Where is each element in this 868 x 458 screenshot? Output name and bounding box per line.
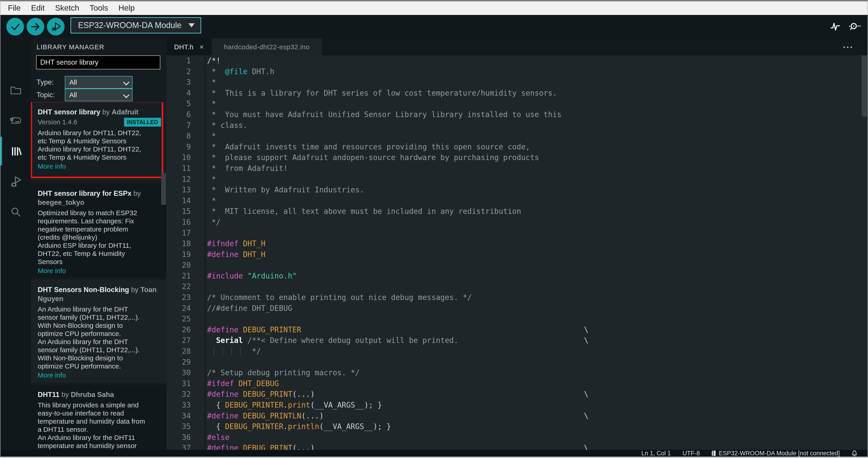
code-line: 32#define DEBUG_PRINT(...) \ [166, 389, 868, 400]
close-icon[interactable]: × [199, 42, 204, 51]
sidebar-item-library-manager[interactable] [0, 137, 31, 166]
code-line-text: */ [207, 217, 221, 228]
serial-plotter-icon[interactable] [830, 22, 840, 32]
line-number: 28 [166, 346, 191, 357]
line-number: 23 [166, 292, 191, 303]
line-number: 2 [166, 66, 191, 77]
line-number: 24 [166, 303, 191, 314]
code-line-text: * @file DHT.h [207, 66, 274, 77]
line-number: 1 [166, 55, 191, 66]
sidebar-item-search[interactable] [0, 198, 31, 227]
editor-scrollbar[interactable] [862, 55, 867, 116]
line-number: 27 [166, 335, 191, 346]
panel-scrollbar[interactable] [161, 173, 166, 205]
menu-item-tools[interactable]: Tools [85, 1, 113, 15]
bug-play-icon [50, 21, 62, 33]
code-line: 18#ifndef DHT_H [166, 238, 868, 249]
upload-button[interactable] [27, 18, 44, 35]
line-number: 12 [166, 174, 191, 185]
topic-filter-select[interactable]: All [65, 89, 132, 101]
main-area: LIBRARY MANAGER Type: All Topic: All DHT… [0, 38, 868, 450]
library-list-item[interactable]: DHT sensor library by AdafruitVersion 1.… [31, 102, 166, 179]
type-filter-select[interactable]: All [65, 76, 132, 89]
line-number: 31 [166, 378, 191, 389]
library-title: DHT Sensors Non-Blocking [38, 286, 129, 294]
code-line: 13 * Written by Adafruit Industries. [166, 184, 868, 195]
serial-monitor-icon[interactable] [848, 22, 861, 32]
notifications-bell[interactable] [851, 450, 858, 456]
chip-icon [712, 450, 716, 456]
start-debugging-button[interactable] [47, 18, 65, 35]
type-filter-value: All [69, 79, 77, 86]
code-line-text: * You must have Adafruit Unified Sensor … [207, 109, 562, 120]
code-line-text: * [207, 98, 216, 109]
code-line-text: #else [207, 432, 229, 443]
board-status[interactable]: ESP32-WROOM-DA Module [not connected] [712, 450, 840, 457]
sidebar-item-sketchbook[interactable] [0, 75, 31, 105]
menu-item-edit[interactable]: Edit [26, 1, 50, 15]
toolbar: ESP32-WROOM-DA Module [0, 15, 868, 38]
library-manager-panel: LIBRARY MANAGER Type: All Topic: All DHT… [31, 38, 166, 450]
tab-DHT.h[interactable]: DHT.h× [166, 38, 212, 55]
line-number: 11 [166, 163, 191, 174]
line-number: 32 [166, 389, 191, 400]
line-number: 30 [166, 367, 191, 378]
library-list-item[interactable]: DHT sensor library for ESPx by beegee_to… [31, 183, 166, 277]
sidebar-item-boards-manager[interactable] [0, 106, 31, 135]
code-line: 21#include "Arduino.h" [166, 270, 868, 282]
board-selector-value: ESP32-WROOM-DA Module [71, 21, 188, 30]
code-editor[interactable]: 1/*!2 * @file DHT.h3 *4 * This is a libr… [166, 55, 868, 450]
more-actions-button[interactable]: ... [843, 40, 854, 50]
code-line: 22 [166, 281, 868, 292]
library-search-input[interactable] [36, 55, 160, 69]
more-info-link[interactable]: More info [38, 162, 161, 170]
code-line-text: #define DEBUG_PRINT(...) \ [207, 442, 588, 450]
code-line: 26#define DEBUG_PRINTER \ [166, 324, 868, 335]
code-line-text: * [207, 174, 216, 185]
code-line-text: /* Setup debug printing macros. */ [207, 367, 360, 378]
more-info-link[interactable]: More info [38, 267, 161, 275]
code-line: 30/* Setup debug printing macros. */ [166, 367, 868, 378]
library-title-line: DHT11 by Dhruba Saha [38, 390, 164, 399]
code-line-text: //#define DHT_DEBUG [207, 303, 292, 314]
code-line-text: #ifdef DHT_DEBUG [207, 378, 279, 389]
more-info-link[interactable]: More info [38, 371, 161, 379]
line-number: 6 [166, 109, 191, 120]
library-list-item[interactable]: DHT11 by Dhruba SahaThis library provide… [31, 385, 166, 450]
sidebar-item-debug[interactable] [0, 167, 31, 196]
code-line-text: │ │ │ │ */ [207, 346, 261, 357]
code-line: 8 * [166, 131, 868, 142]
code-line: 9 * Adafruit invests time and resources … [166, 142, 868, 152]
cursor-position[interactable]: Ln 1, Col 1 [641, 450, 671, 457]
code-line: 23/* Uncomment to enable printing out ni… [166, 292, 868, 303]
verify-button[interactable] [6, 18, 24, 35]
code-line-text: * please support Adafruit andopen-source… [207, 152, 539, 163]
code-line: 24//#define DHT_DEBUG [166, 303, 868, 314]
code-line: 29 [166, 357, 868, 368]
line-number: 36 [166, 432, 191, 443]
code-line-text: * from Adafruit! [207, 163, 288, 174]
menu-item-help[interactable]: Help [113, 1, 140, 15]
tab-hardcoded-dht22-esp32.ino[interactable]: hardcoded-dht22-esp32.ino [212, 38, 322, 55]
code-line-text: * [207, 77, 216, 88]
line-number: 8 [166, 131, 191, 142]
line-number: 37 [166, 442, 191, 450]
line-number: 20 [166, 260, 191, 270]
board-icon [9, 114, 23, 127]
encoding-indicator[interactable]: UTF-8 [683, 450, 700, 457]
library-list-item[interactable]: DHT Sensors Non-Blocking by Toan NguyenA… [31, 280, 166, 382]
topic-filter-value: All [69, 91, 77, 99]
editor-area: DHT.h×hardcoded-dht22-esp32.ino ... 1/*!… [166, 38, 868, 450]
menu-item-file[interactable]: File [3, 1, 26, 15]
code-line-text: * Adafruit invests time and resources pr… [207, 142, 530, 152]
code-line-text: #define DEBUG_PRINT(...) \ [207, 389, 588, 400]
line-number: 13 [166, 184, 191, 195]
tab-label: hardcoded-dht22-esp32.ino [224, 43, 310, 51]
library-by-text: by [131, 190, 141, 197]
type-filter-label: Type: [37, 78, 54, 86]
code-line: 27 Serial /**< Define where debug output… [166, 335, 868, 346]
board-selector-dropdown[interactable]: ESP32-WROOM-DA Module [70, 17, 201, 33]
code-line-text: * [207, 131, 216, 142]
menu-item-sketch[interactable]: Sketch [50, 1, 85, 15]
editor-tab-bar: DHT.h×hardcoded-dht22-esp32.ino [166, 38, 868, 55]
